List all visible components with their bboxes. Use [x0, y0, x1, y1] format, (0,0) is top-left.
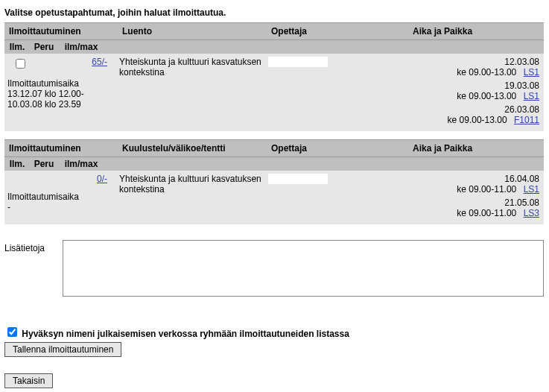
- schedule-date: 16.04.08: [413, 174, 539, 184]
- reg-period-label: Ilmoittautumisaika: [7, 78, 112, 89]
- location-link[interactable]: LS1: [524, 184, 539, 195]
- subhdr-ilmmax: ilm/max: [58, 42, 104, 52]
- hdr-teacher: Opettaja: [271, 26, 404, 37]
- hdr-type: Kuulustelu/välikoe/tentti: [122, 143, 271, 154]
- schedule-date: 12.03.08: [413, 57, 539, 67]
- hdr-registration: Ilmoittautuminen: [4, 23, 118, 39]
- hdr-timeplace: Aika ja Paikka: [408, 23, 544, 39]
- schedule-time: ke 09.00-11.00: [457, 184, 516, 195]
- section-subheader: Ilm. Peru ilm/max: [4, 157, 544, 171]
- schedule-item: 21.05.08 ke 09.00-11.00 LS3: [413, 197, 539, 218]
- location-link[interactable]: LS1: [524, 67, 539, 78]
- section-header: Ilmoittautuminen Kuulustelu/välikoe/tent…: [4, 139, 544, 157]
- hdr-timeplace: Aika ja Paikka: [408, 140, 544, 157]
- hdr-teacher: Opettaja: [271, 143, 404, 154]
- schedule-item: 12.03.08 ke 09.00-13.00 LS1: [413, 57, 539, 78]
- section-header: Ilmoittautuminen Luento Opettaja Aika ja…: [4, 22, 544, 40]
- schedule-item: 16.04.08 ke 09.00-11.00 LS1: [413, 174, 539, 195]
- schedule-date: 21.05.08: [413, 197, 539, 208]
- schedule-time: ke 09.00-13.00: [457, 91, 516, 101]
- schedule-date: 26.03.08: [413, 104, 539, 115]
- register-checkbox[interactable]: [16, 59, 25, 69]
- location-link[interactable]: LS1: [524, 91, 539, 101]
- extra-info-textarea[interactable]: [63, 240, 544, 297]
- reg-period-label: Ilmoittautumisaika: [7, 192, 112, 202]
- subhdr-peru: Peru: [30, 42, 58, 52]
- subhdr-ilm: Ilm.: [4, 42, 30, 52]
- schedule-item: 19.03.08 ke 09.00-13.00 LS1: [413, 80, 539, 101]
- schedule-time: ke 09.00-13.00: [457, 67, 516, 78]
- course-name: Yhteiskunta ja kulttuuri kasvatuksen kon…: [119, 57, 268, 128]
- schedule-time: ke 09.00-11.00: [457, 208, 516, 218]
- schedule-time: ke 09.00-13.00: [448, 115, 507, 125]
- event-row: 0/- Ilmoittautumisaika - Yhteiskunta ja …: [4, 171, 544, 225]
- location-link[interactable]: F1011: [514, 115, 539, 125]
- subhdr-peru: Peru: [30, 159, 58, 169]
- consent-label[interactable]: Hyväksyn nimeni julkaisemisen verkossa r…: [22, 329, 349, 339]
- schedule-date: 19.03.08: [413, 80, 539, 91]
- teacher-value: [268, 57, 328, 67]
- consent-checkbox[interactable]: [7, 327, 17, 337]
- capacity-link[interactable]: 0/-: [97, 174, 107, 184]
- extra-info-label: Lisätietoja: [4, 240, 63, 297]
- teacher-value: [268, 174, 328, 184]
- instruction-text: Valitse opetustapahtumat, joihin haluat …: [4, 7, 544, 18]
- event-row: 65/- Ilmoittautumisaika 13.12.07 klo 12.…: [4, 54, 544, 132]
- section-subheader: Ilm. Peru ilm/max: [4, 40, 544, 54]
- schedule-item: 26.03.08 ke 09.00-13.00 F1011: [413, 104, 539, 125]
- hdr-registration: Ilmoittautuminen: [4, 140, 118, 157]
- subhdr-ilmmax: ilm/max: [58, 159, 104, 169]
- location-link[interactable]: LS3: [524, 208, 539, 218]
- save-button[interactable]: Tallenna ilmoittautuminen: [4, 342, 121, 357]
- course-name: Yhteiskunta ja kulttuuri kasvatuksen kon…: [119, 174, 268, 221]
- back-button[interactable]: Takaisin: [4, 373, 53, 388]
- subhdr-ilm: Ilm.: [4, 159, 30, 169]
- reg-period-value: 13.12.07 klo 12.00-10.03.08 klo 23.59: [7, 89, 112, 110]
- capacity-link[interactable]: 65/-: [92, 57, 107, 67]
- reg-period-value: -: [7, 202, 112, 212]
- hdr-type: Luento: [122, 26, 271, 37]
